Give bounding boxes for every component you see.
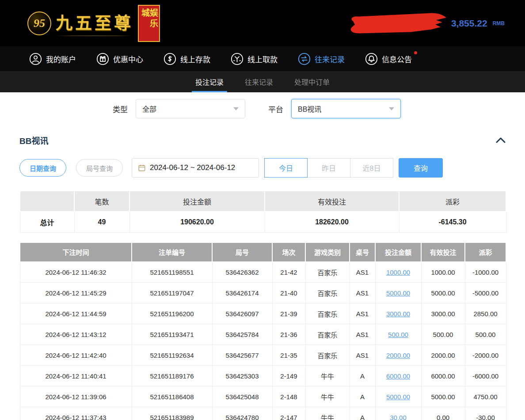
chevron-down-icon <box>233 107 239 110</box>
cell-payout: -2000.00 <box>465 345 506 366</box>
cell-bet-amount: 30.00 <box>375 407 421 420</box>
subnav-tab-0[interactable]: 投注记录 <box>195 71 224 92</box>
table-row: 2024-06-12 11:46:32521651198551536426362… <box>20 262 506 283</box>
cell-round-no: 536426174 <box>212 283 272 303</box>
bet-amount-link[interactable]: 1000.00 <box>386 269 410 276</box>
nav-item-withdraw[interactable]: 线上取款 <box>231 53 278 65</box>
cell-round-no: 536426097 <box>212 303 272 324</box>
cell-bet-amount: 5000.00 <box>375 283 421 303</box>
cell-bet-amount: 2000.00 <box>375 345 421 366</box>
bet-amount-link[interactable]: 2000.00 <box>386 352 410 359</box>
bet-amount-link[interactable]: 30.00 <box>390 414 407 420</box>
cell-game-type: 百家乐 <box>305 345 350 366</box>
cell-payout: 2850.00 <box>465 303 506 324</box>
date-query-button[interactable]: 日期查询 <box>19 159 66 177</box>
cell-table-no: AS1 <box>350 345 375 366</box>
cell-game-type: 牛牛 <box>305 366 350 386</box>
date-range-input[interactable]: 2024-06-12 ~ 2024-06-12 <box>132 158 259 178</box>
user-icon <box>29 53 42 65</box>
today-button[interactable]: 今日 <box>264 158 308 178</box>
nav-item-gift[interactable]: 优惠中心 <box>96 53 143 65</box>
cell-bet-time: 2024-06-12 11:45:29 <box>20 283 132 303</box>
cell-round-no: 536424780 <box>212 407 272 420</box>
yesterday-button[interactable]: 昨日 <box>307 158 350 178</box>
cell-bet-amount: 1000.00 <box>375 262 421 283</box>
cell-bet-amount: 500.00 <box>375 324 421 345</box>
cell-round-no: 536425303 <box>212 366 272 386</box>
platform-select-value: BB视讯 <box>298 103 321 114</box>
cell-bet-amount: 3000.00 <box>375 303 421 324</box>
chevron-down-icon <box>389 107 394 110</box>
cell-payout: -5000.00 <box>465 283 506 303</box>
cell-table-no: AS1 <box>350 324 375 345</box>
collapse-chevron-up-icon[interactable] <box>496 137 506 143</box>
section-head: BB视讯 <box>19 134 506 146</box>
cell-bet-time: 2024-06-12 11:46:32 <box>20 262 132 283</box>
cell-game-type: 牛牛 <box>305 407 350 420</box>
cell-payout: -1000.00 <box>465 262 506 283</box>
cell-payout: 500.00 <box>465 324 506 345</box>
cell-session: 21-36 <box>272 324 305 345</box>
bet-amount-link[interactable]: 500.00 <box>388 331 408 338</box>
cell-round-no: 536425677 <box>212 345 272 366</box>
top-header: 95 九五至尊 娱乐城 3,855.22 RMB <box>0 0 525 46</box>
cell-payout: 4750.00 <box>465 386 506 407</box>
bet-records-table: 下注时间注单编号局号场次游戏类别桌号投注金额有效投注派彩 2024-06-12 … <box>19 242 506 420</box>
summary-cell: 190620.00 <box>129 212 265 232</box>
cell-bet-time: 2024-06-12 11:43:12 <box>20 324 132 345</box>
bet-amount-link[interactable]: 3000.00 <box>386 310 410 318</box>
round-query-button[interactable]: 局号查询 <box>76 159 123 177</box>
platform-select[interactable]: BB视讯 <box>291 99 401 118</box>
withdraw-icon <box>231 53 243 65</box>
cell-game-type: 牛牛 <box>305 386 350 407</box>
notification-dot <box>414 51 417 54</box>
bet-amount-link[interactable]: 5000.00 <box>386 393 410 401</box>
col-header-round-no: 局号 <box>212 242 272 262</box>
cell-valid-bet: 2000.00 <box>421 345 465 366</box>
type-select-value: 全部 <box>142 103 156 114</box>
type-select[interactable]: 全部 <box>136 99 245 118</box>
cell-session: 21-35 <box>272 345 305 366</box>
col-header-session: 场次 <box>272 242 305 262</box>
balance-currency: RMB <box>493 20 505 26</box>
nav-item-user[interactable]: 我的账户 <box>29 53 76 65</box>
cell-bet-time: 2024-06-12 11:44:59 <box>20 303 132 324</box>
summary-cell: 49 <box>74 212 129 232</box>
cell-bet-amount: 5000.00 <box>375 386 421 407</box>
search-button[interactable]: 查询 <box>399 158 443 178</box>
subnav-tab-1[interactable]: 往来记录 <box>245 71 273 92</box>
redacted-username <box>349 12 447 34</box>
nav-item-label: 往来记录 <box>315 53 345 64</box>
summary-header-cell: 派彩 <box>399 191 506 212</box>
cell-table-no: AS1 <box>350 303 375 324</box>
cell-valid-bet: 5000.00 <box>421 283 465 303</box>
balance-amount: 3,855.22 <box>451 18 487 29</box>
subnav-tab-2[interactable]: 处理中订单 <box>294 71 330 92</box>
nav-item-deposit[interactable]: 线上存款 <box>164 53 210 65</box>
bet-amount-link[interactable]: 5000.00 <box>386 289 410 297</box>
brand-badge: 娱乐城 <box>138 5 160 42</box>
calendar-icon <box>138 164 146 172</box>
records-icon <box>298 53 311 65</box>
last8days-button[interactable]: 近8日 <box>350 158 393 178</box>
site-logo[interactable]: 95 九五至尊 娱乐城 <box>27 5 160 42</box>
cell-table-no: AS1 <box>350 262 375 283</box>
bet-amount-link[interactable]: 6000.00 <box>386 372 410 380</box>
cell-bet-id: 521651197047 <box>132 283 212 303</box>
bet-table-header-row: 下注时间注单编号局号场次游戏类别桌号投注金额有效投注派彩 <box>20 242 506 262</box>
summary-cell: -6145.30 <box>399 212 506 232</box>
cell-valid-bet: 500.00 <box>421 324 465 345</box>
deposit-icon <box>164 53 176 65</box>
nav-item-records[interactable]: 往来记录 <box>298 53 345 65</box>
col-header-table-no: 桌号 <box>350 242 375 262</box>
summary-header-cell <box>20 191 74 212</box>
nav-item-label: 信息公告 <box>382 53 412 64</box>
nav-item-bell[interactable]: 信息公告 <box>365 53 412 65</box>
nav-item-label: 我的账户 <box>46 53 76 64</box>
cell-table-no: AS1 <box>350 283 375 303</box>
cell-session: 21-42 <box>272 262 305 283</box>
table-row: 2024-06-12 11:42:40521651192634536425677… <box>20 345 506 366</box>
summary-cell: 182620.00 <box>265 212 399 232</box>
nav-item-label: 优惠中心 <box>113 53 143 64</box>
cell-payout: -6000.00 <box>465 366 506 386</box>
